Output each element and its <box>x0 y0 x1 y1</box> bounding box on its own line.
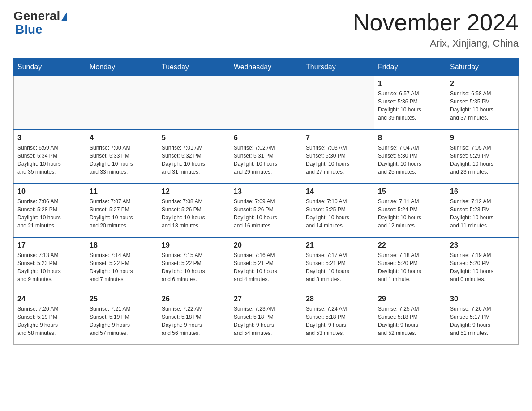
day-number: 19 <box>162 241 226 249</box>
day-info: Sunrise: 7:07 AMSunset: 5:27 PMDaylight:… <box>90 197 154 230</box>
calendar-cell: 1Sunrise: 6:57 AMSunset: 5:36 PMDaylight… <box>374 76 446 130</box>
day-info: Sunrise: 7:14 AMSunset: 5:22 PMDaylight:… <box>90 251 154 283</box>
calendar-cell: 24Sunrise: 7:20 AMSunset: 5:19 PMDayligh… <box>14 291 86 345</box>
day-number: 18 <box>90 241 154 249</box>
day-info: Sunrise: 7:19 AMSunset: 5:20 PMDaylight:… <box>450 251 515 283</box>
day-number: 30 <box>450 295 515 303</box>
month-title: November 2024 <box>353 9 519 36</box>
day-number: 6 <box>234 134 298 142</box>
day-info: Sunrise: 7:16 AMSunset: 5:21 PMDaylight:… <box>234 251 298 283</box>
calendar-cell: 7Sunrise: 7:03 AMSunset: 5:30 PMDaylight… <box>302 130 374 184</box>
calendar-cell: 16Sunrise: 7:12 AMSunset: 5:23 PMDayligh… <box>446 184 519 237</box>
calendar-week-row: 24Sunrise: 7:20 AMSunset: 5:19 PMDayligh… <box>14 291 519 345</box>
calendar-cell: 14Sunrise: 7:10 AMSunset: 5:25 PMDayligh… <box>302 184 374 237</box>
day-number: 4 <box>90 134 154 142</box>
day-info: Sunrise: 7:11 AMSunset: 5:24 PMDaylight:… <box>378 197 442 230</box>
day-number: 23 <box>450 241 515 249</box>
day-number: 12 <box>162 188 226 196</box>
calendar-cell <box>158 76 230 130</box>
day-number: 24 <box>17 295 82 303</box>
day-number: 13 <box>234 188 298 196</box>
calendar-cell: 15Sunrise: 7:11 AMSunset: 5:24 PMDayligh… <box>374 184 446 237</box>
calendar-cell: 21Sunrise: 7:17 AMSunset: 5:21 PMDayligh… <box>302 237 374 291</box>
location-label: Arix, Xinjiang, China <box>353 38 519 49</box>
day-number: 5 <box>162 134 226 142</box>
day-number: 3 <box>17 134 82 142</box>
day-info: Sunrise: 7:21 AMSunset: 5:19 PMDaylight:… <box>90 305 154 337</box>
calendar-cell: 20Sunrise: 7:16 AMSunset: 5:21 PMDayligh… <box>230 237 302 291</box>
day-number: 26 <box>162 295 226 303</box>
day-number: 21 <box>306 241 370 249</box>
day-info: Sunrise: 6:58 AMSunset: 5:35 PMDaylight:… <box>450 90 515 122</box>
day-number: 16 <box>450 188 515 196</box>
calendar-cell <box>302 76 374 130</box>
day-number: 25 <box>90 295 154 303</box>
day-info: Sunrise: 7:08 AMSunset: 5:26 PMDaylight:… <box>162 197 226 230</box>
day-info: Sunrise: 7:24 AMSunset: 5:18 PMDaylight:… <box>306 305 370 337</box>
day-number: 8 <box>378 134 442 142</box>
day-info: Sunrise: 7:12 AMSunset: 5:23 PMDaylight:… <box>450 197 515 230</box>
weekday-header-monday: Monday <box>86 59 158 76</box>
day-info: Sunrise: 7:10 AMSunset: 5:25 PMDaylight:… <box>306 197 370 230</box>
day-info: Sunrise: 7:00 AMSunset: 5:33 PMDaylight:… <box>90 144 154 176</box>
calendar-cell <box>14 76 86 130</box>
calendar-cell: 10Sunrise: 7:06 AMSunset: 5:28 PMDayligh… <box>14 184 86 237</box>
day-number: 17 <box>17 241 82 249</box>
day-info: Sunrise: 7:15 AMSunset: 5:22 PMDaylight:… <box>162 251 226 283</box>
weekday-header-friday: Friday <box>374 59 446 76</box>
calendar-cell: 8Sunrise: 7:04 AMSunset: 5:30 PMDaylight… <box>374 130 446 184</box>
logo-triangle-icon <box>61 12 67 21</box>
day-info: Sunrise: 7:17 AMSunset: 5:21 PMDaylight:… <box>306 251 370 283</box>
calendar-cell: 23Sunrise: 7:19 AMSunset: 5:20 PMDayligh… <box>446 237 519 291</box>
page-header: General Blue November 2024 Arix, Xinjian… <box>13 9 519 49</box>
calendar-cell: 6Sunrise: 7:02 AMSunset: 5:31 PMDaylight… <box>230 130 302 184</box>
day-info: Sunrise: 7:20 AMSunset: 5:19 PMDaylight:… <box>17 305 82 337</box>
day-info: Sunrise: 7:25 AMSunset: 5:18 PMDaylight:… <box>378 305 442 337</box>
weekday-header-sunday: Sunday <box>14 59 86 76</box>
day-info: Sunrise: 7:18 AMSunset: 5:20 PMDaylight:… <box>378 251 442 283</box>
calendar-week-row: 1Sunrise: 6:57 AMSunset: 5:36 PMDaylight… <box>14 76 519 130</box>
calendar-cell: 3Sunrise: 6:59 AMSunset: 5:34 PMDaylight… <box>14 130 86 184</box>
day-info: Sunrise: 6:57 AMSunset: 5:36 PMDaylight:… <box>378 90 442 122</box>
day-info: Sunrise: 7:26 AMSunset: 5:17 PMDaylight:… <box>450 305 515 337</box>
day-number: 22 <box>378 241 442 249</box>
calendar-cell: 4Sunrise: 7:00 AMSunset: 5:33 PMDaylight… <box>86 130 158 184</box>
day-info: Sunrise: 7:05 AMSunset: 5:29 PMDaylight:… <box>450 144 515 176</box>
day-info: Sunrise: 7:13 AMSunset: 5:23 PMDaylight:… <box>17 251 82 283</box>
day-number: 1 <box>378 80 442 88</box>
day-number: 27 <box>234 295 298 303</box>
day-info: Sunrise: 6:59 AMSunset: 5:34 PMDaylight:… <box>17 144 82 176</box>
day-info: Sunrise: 7:06 AMSunset: 5:28 PMDaylight:… <box>17 197 82 230</box>
title-section: November 2024 Arix, Xinjiang, China <box>353 9 519 49</box>
day-number: 9 <box>450 134 515 142</box>
calendar-cell: 30Sunrise: 7:26 AMSunset: 5:17 PMDayligh… <box>446 291 519 345</box>
weekday-header-tuesday: Tuesday <box>158 59 230 76</box>
weekday-header-saturday: Saturday <box>446 59 519 76</box>
calendar-cell: 2Sunrise: 6:58 AMSunset: 5:35 PMDaylight… <box>446 76 519 130</box>
weekday-header-row: SundayMondayTuesdayWednesdayThursdayFrid… <box>14 59 519 76</box>
logo-blue-text: Blue <box>13 22 43 37</box>
calendar-cell: 19Sunrise: 7:15 AMSunset: 5:22 PMDayligh… <box>158 237 230 291</box>
day-info: Sunrise: 7:01 AMSunset: 5:32 PMDaylight:… <box>162 144 226 176</box>
day-info: Sunrise: 7:09 AMSunset: 5:26 PMDaylight:… <box>234 197 298 230</box>
calendar-cell: 9Sunrise: 7:05 AMSunset: 5:29 PMDaylight… <box>446 130 519 184</box>
calendar-week-row: 10Sunrise: 7:06 AMSunset: 5:28 PMDayligh… <box>14 184 519 237</box>
day-number: 2 <box>450 80 515 88</box>
logo: General Blue <box>13 9 67 37</box>
calendar-table: SundayMondayTuesdayWednesdayThursdayFrid… <box>13 58 519 345</box>
calendar-cell <box>86 76 158 130</box>
calendar-cell: 28Sunrise: 7:24 AMSunset: 5:18 PMDayligh… <box>302 291 374 345</box>
calendar-cell: 12Sunrise: 7:08 AMSunset: 5:26 PMDayligh… <box>158 184 230 237</box>
day-number: 7 <box>306 134 370 142</box>
calendar-week-row: 3Sunrise: 6:59 AMSunset: 5:34 PMDaylight… <box>14 130 519 184</box>
day-number: 11 <box>90 188 154 196</box>
calendar-cell: 29Sunrise: 7:25 AMSunset: 5:18 PMDayligh… <box>374 291 446 345</box>
weekday-header-thursday: Thursday <box>302 59 374 76</box>
day-info: Sunrise: 7:03 AMSunset: 5:30 PMDaylight:… <box>306 144 370 176</box>
calendar-cell: 17Sunrise: 7:13 AMSunset: 5:23 PMDayligh… <box>14 237 86 291</box>
day-number: 14 <box>306 188 370 196</box>
calendar-cell: 26Sunrise: 7:22 AMSunset: 5:18 PMDayligh… <box>158 291 230 345</box>
day-number: 10 <box>17 188 82 196</box>
calendar-cell: 18Sunrise: 7:14 AMSunset: 5:22 PMDayligh… <box>86 237 158 291</box>
calendar-cell: 25Sunrise: 7:21 AMSunset: 5:19 PMDayligh… <box>86 291 158 345</box>
